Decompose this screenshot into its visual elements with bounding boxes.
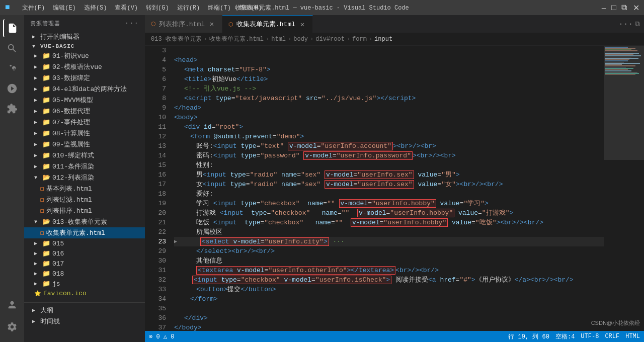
sidebar-item-012[interactable]: ▼ 📂 012-列表渲染 bbox=[24, 172, 145, 183]
breadcrumb-item[interactable]: 013-收集表单元素 bbox=[151, 35, 202, 43]
code-line: <div id="root"> bbox=[174, 122, 604, 132]
activity-explorer-icon[interactable] bbox=[3, 19, 21, 37]
line-number: 29 bbox=[145, 246, 166, 256]
folder-icon: 📁 bbox=[42, 249, 50, 258]
status-eol[interactable]: CRLF bbox=[605, 333, 619, 340]
menu-edit[interactable]: 编辑(E) bbox=[53, 4, 76, 12]
line-number: 13 bbox=[145, 141, 166, 151]
sidebar-item-08[interactable]: ▶ 📁 08-计算属性 bbox=[24, 128, 145, 139]
sidebar-timeline[interactable]: ▶ 时间线 bbox=[24, 316, 145, 327]
breadcrumb-sep: › bbox=[369, 36, 372, 43]
menu-terminal[interactable]: 终端(T) bbox=[208, 4, 231, 12]
status-encoding[interactable]: UTF-8 bbox=[581, 333, 599, 340]
code-editor[interactable]: <head> <meta charset="UTF-8"> <title>初始V… bbox=[170, 46, 604, 331]
sidebar-item-016[interactable]: ▶ 📁 016 bbox=[24, 248, 145, 259]
sidebar-item-list-sort[interactable]: ◻ 列表排序.html bbox=[24, 205, 145, 216]
sidebar-item-label: 09-监视属性 bbox=[52, 140, 90, 149]
sidebar-item-01[interactable]: ▶ 📁 01-初识vue bbox=[24, 50, 145, 61]
tab-collect[interactable]: ⬡ 收集表单元素.html ✕ bbox=[222, 15, 313, 33]
activity-search-icon[interactable] bbox=[3, 39, 21, 57]
activity-extensions-icon[interactable] bbox=[3, 100, 21, 118]
arrow-icon: ▶ bbox=[34, 271, 40, 277]
split-editor-button[interactable]: ⧉ bbox=[635, 20, 640, 28]
sidebar-item-06[interactable]: ▶ 📁 06-数据代理 bbox=[24, 106, 145, 117]
sidebar-item-07[interactable]: ▶ 📁 07-事件处理 bbox=[24, 117, 145, 128]
sidebar-item-013[interactable]: ▼ 📂 013-收集表单元素 bbox=[24, 216, 145, 227]
sidebar-item-label: 收集表单元素.html bbox=[46, 228, 105, 237]
sidebar-item-favicon[interactable]: ⭐ favicon.ico bbox=[24, 289, 145, 298]
status-errors[interactable]: ⊗ 0 △ 0 bbox=[149, 333, 174, 340]
activity-account-icon[interactable] bbox=[3, 296, 21, 314]
sidebar-item-010[interactable]: ▶ 📁 010-绑定样式 bbox=[24, 150, 145, 161]
menu-file[interactable]: 文件(F) bbox=[22, 4, 45, 12]
status-bar: ⊗ 0 △ 0 行 19, 列 60 空格:4 UTF-8 CRLF HTML bbox=[145, 331, 644, 342]
sidebar-item-label: 010-绑定样式 bbox=[52, 151, 94, 160]
sidebar-item-04[interactable]: ▶ 📁 04-el和data的两种方法 bbox=[24, 83, 145, 95]
status-left: ⊗ 0 △ 0 bbox=[149, 333, 174, 340]
sidebar-item-015[interactable]: ▶ 📁 015 bbox=[24, 238, 145, 248]
tab-listsort[interactable]: ⬡ 列表排序.html ✕ bbox=[145, 15, 222, 33]
line-number: 3 bbox=[145, 46, 166, 55]
sidebar-item-018[interactable]: ▶ 📁 018 bbox=[24, 269, 145, 279]
tab-close-button[interactable]: ✕ bbox=[298, 20, 306, 28]
tab-close-button[interactable]: ✕ bbox=[208, 20, 216, 28]
sidebar-more-button[interactable]: ··· bbox=[125, 19, 139, 27]
breadcrumb-item[interactable]: div#root bbox=[315, 36, 345, 43]
line-number: 30 bbox=[145, 256, 166, 266]
breadcrumb: 013-收集表单元素 › 收集表单元素.html › html › body ›… bbox=[145, 33, 644, 46]
sidebar-root[interactable]: ▼ VUE-BASIC bbox=[24, 42, 145, 50]
collapse-button[interactable]: ▶ bbox=[174, 237, 180, 246]
menu-goto[interactable]: 转到(G) bbox=[146, 4, 169, 12]
code-line: 吃饭 <input type="checkbox" name="" v-mode… bbox=[174, 218, 604, 227]
html-icon: ◻ bbox=[40, 207, 44, 215]
menu-select[interactable]: 选择(S) bbox=[84, 4, 107, 12]
editor-area: ⬡ 列表排序.html ✕ ⬡ 收集表单元素.html ✕ ··· ⧉ 013-… bbox=[145, 15, 644, 342]
code-line: 密码:<input type="password" v-model="userI… bbox=[174, 151, 604, 160]
code-line: <!-- 引入vue.js --> bbox=[174, 84, 604, 94]
status-position[interactable]: 行 19, 列 60 bbox=[508, 332, 549, 341]
code-line: </form> bbox=[174, 294, 604, 304]
code-line: </body> bbox=[174, 323, 604, 331]
arrow-icon: ▶ bbox=[34, 152, 40, 158]
menu-view[interactable]: 查看(V) bbox=[115, 4, 138, 12]
line-number: 9 bbox=[145, 103, 166, 113]
sidebar-item-09[interactable]: ▶ 📁 09-监视属性 bbox=[24, 139, 145, 150]
sidebar-outline[interactable]: ▶ 大纲 bbox=[24, 305, 145, 316]
breadcrumb-item[interactable]: body bbox=[293, 36, 308, 43]
sidebar-item-017[interactable]: ▶ 📁 017 bbox=[24, 259, 145, 269]
sidebar-item-list-filter[interactable]: ◻ 列表过滤.html bbox=[24, 194, 145, 205]
sidebar-item-02[interactable]: ▶ 📁 02-模板语法vue bbox=[24, 61, 145, 72]
sidebar-item-011[interactable]: ▶ 📁 011-条件渲染 bbox=[24, 161, 145, 172]
editor-content: 3 4 5 6 7 8 9 10 11 12 13 14 15 16 17 18… bbox=[145, 46, 644, 331]
activity-bar bbox=[0, 15, 24, 342]
folder-icon: 📁 bbox=[42, 63, 50, 71]
sidebar-item-03[interactable]: ▶ 📁 03-数据绑定 bbox=[24, 72, 145, 83]
activity-debug-icon[interactable] bbox=[3, 79, 21, 98]
titlebar: ■ 文件(F) 编辑(E) 选择(S) 查看(V) 转到(G) 运行(R) 终端… bbox=[0, 0, 644, 15]
line-number: 7 bbox=[145, 84, 166, 94]
breadcrumb-item[interactable]: 收集表单元素.html bbox=[209, 35, 264, 43]
breadcrumb-item[interactable]: html bbox=[271, 36, 286, 43]
window-close-button[interactable]: ✕ bbox=[633, 5, 639, 11]
status-spaces[interactable]: 空格:4 bbox=[555, 332, 575, 341]
window-minimize-button[interactable]: ‒ bbox=[601, 5, 607, 11]
sidebar-item-collect-form[interactable]: ◻ 收集表单元素.html bbox=[24, 227, 145, 238]
activity-git-icon[interactable] bbox=[3, 59, 21, 77]
code-line: 打游戏 <input type="checkbox" name="" v-mod… bbox=[174, 208, 604, 218]
breadcrumb-item[interactable]: form bbox=[352, 36, 367, 43]
line-number: 37 bbox=[145, 323, 166, 331]
line-number: 12 bbox=[145, 132, 166, 141]
line-number: 8 bbox=[145, 94, 166, 103]
sidebar-item-05[interactable]: ▶ 📁 05-MVVM模型 bbox=[24, 95, 145, 106]
activity-settings-icon[interactable] bbox=[3, 318, 21, 336]
sidebar-header: 资源管理器 ··· bbox=[24, 15, 145, 31]
sidebar-item-basic-list[interactable]: ◻ 基本列表.html bbox=[24, 183, 145, 194]
sidebar-item-js[interactable]: ▶ 📁 js bbox=[24, 279, 145, 289]
sidebar-open-editors[interactable]: ▶ 打开的编辑器 bbox=[24, 31, 145, 42]
window-layout-button[interactable]: ⧉ bbox=[621, 5, 627, 11]
menu-run[interactable]: 运行(R) bbox=[177, 4, 200, 12]
tabs-more-button[interactable]: ··· bbox=[618, 20, 633, 29]
status-language[interactable]: HTML bbox=[625, 333, 640, 340]
window-maximize-button[interactable]: □ bbox=[611, 5, 617, 11]
tab-label: 列表排序.html bbox=[159, 20, 205, 29]
